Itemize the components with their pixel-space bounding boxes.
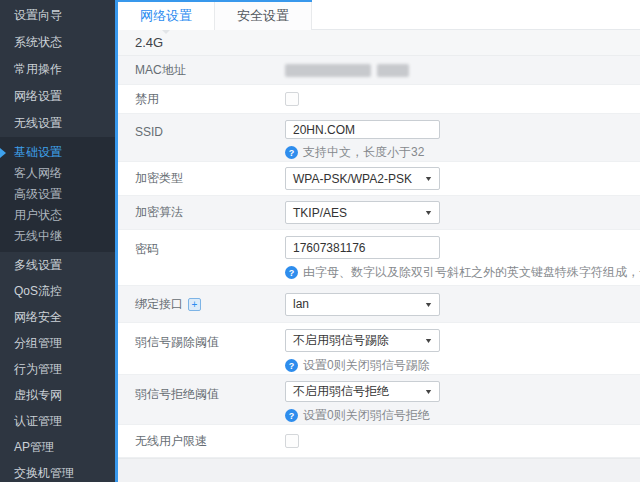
tabs-group: 网络设置 安全设置	[118, 0, 312, 30]
sidebar-item-auth-management[interactable]: 认证管理	[0, 408, 115, 434]
weak-signal-reject-value: 不启用弱信号拒绝	[293, 383, 389, 400]
bind-interface-row: 绑定接口 + lan ▼	[118, 286, 640, 323]
active-tab-nub	[162, 30, 170, 34]
mac-address-label: MAC地址	[118, 56, 285, 84]
disable-checkbox[interactable]	[285, 92, 299, 106]
wireless-user-limit-row: 无线用户限速	[118, 425, 640, 458]
sidebar-subitem-guest-network[interactable]: 客人网络	[0, 163, 115, 184]
encryption-type-value: WPA-PSK/WPA2-PSK	[293, 172, 412, 186]
sidebar-item-ap-management[interactable]: AP管理	[0, 434, 115, 460]
disable-row: 禁用	[118, 85, 640, 114]
weak-signal-reject-select[interactable]: 不启用弱信号拒绝 ▼	[285, 381, 440, 402]
encryption-algorithm-row: 加密算法 TKIP/AES ▼	[118, 196, 640, 230]
weak-signal-reject-row: 弱信号拒绝阈值 不启用弱信号拒绝 ▼ ? 设置0则关闭弱信号拒绝	[118, 375, 640, 425]
sidebar-item-wireless-settings[interactable]: 无线设置	[0, 110, 115, 137]
password-hint: ? 由字母、数字以及除双引号斜杠之外的英文键盘特殊字符组成，长度是8到63个字符	[285, 264, 640, 281]
bind-interface-label: 绑定接口 +	[118, 286, 285, 322]
active-item-arrow-icon	[0, 148, 6, 158]
encryption-algorithm-label: 加密算法	[118, 196, 285, 229]
ssid-hint-text: 支持中文，长度小于32	[303, 144, 424, 161]
sidebar: 设置向导 系统状态 常用操作 网络设置 无线设置 基础设置 客人网络 高级设置 …	[0, 0, 115, 482]
wireless-user-limit-label: 无线用户限速	[118, 425, 285, 457]
ssid-label: SSID	[118, 114, 285, 161]
weak-signal-reject-hint-text: 设置0则关闭弱信号拒绝	[303, 407, 430, 424]
password-input[interactable]	[285, 236, 440, 259]
panel-footer	[118, 458, 640, 482]
sidebar-item-behavior-management[interactable]: 行为管理	[0, 356, 115, 382]
sidebar-item-multiline-settings[interactable]: 多线设置	[0, 252, 115, 278]
ssid-hint: ? 支持中文，长度小于32	[285, 144, 640, 161]
tab-network-settings[interactable]: 网络设置	[118, 2, 215, 30]
router-admin-app: 设置向导 系统状态 常用操作 网络设置 无线设置 基础设置 客人网络 高级设置 …	[0, 0, 640, 482]
sidebar-item-group-management[interactable]: 分组管理	[0, 330, 115, 356]
sidebar-subitem-label: 基础设置	[14, 145, 62, 159]
weak-signal-kick-hint: ? 设置0则关闭弱信号踢除	[285, 357, 640, 374]
encryption-type-select[interactable]: WPA-PSK/WPA2-PSK ▼	[285, 167, 440, 190]
chevron-down-icon: ▼	[424, 175, 433, 182]
weak-signal-reject-hint: ? 设置0则关闭弱信号拒绝	[285, 407, 640, 424]
help-icon: ?	[285, 146, 298, 159]
weak-signal-kick-label: 弱信号踢除阈值	[118, 323, 285, 374]
chevron-down-icon: ▼	[424, 301, 433, 308]
sidebar-item-setup-wizard[interactable]: 设置向导	[0, 2, 115, 29]
weak-signal-reject-label: 弱信号拒绝阈值	[118, 375, 285, 424]
masked-blob	[377, 64, 409, 77]
masked-blob	[285, 64, 371, 77]
wireless-user-limit-checkbox[interactable]	[285, 434, 299, 448]
bind-interface-value: lan	[293, 297, 309, 311]
help-icon: ?	[285, 359, 298, 372]
ssid-row: SSID ? 支持中文，长度小于32	[118, 114, 640, 162]
disable-label: 禁用	[118, 85, 285, 113]
main-content: 网络设置 安全设置 2.4G MAC地址 禁用	[118, 0, 640, 482]
chevron-down-icon: ▼	[424, 209, 433, 216]
settings-panel: 2.4G MAC地址 禁用 SSID	[118, 30, 640, 482]
weak-signal-kick-select[interactable]: 不启用弱信号踢除 ▼	[285, 329, 440, 352]
sidebar-item-qos[interactable]: QoS流控	[0, 278, 115, 304]
sidebar-subitem-wireless-repeater[interactable]: 无线中继	[0, 226, 115, 247]
bind-interface-label-text: 绑定接口	[135, 296, 183, 313]
sidebar-top-group: 设置向导 系统状态 常用操作 网络设置 无线设置	[0, 0, 115, 137]
sidebar-item-common-operations[interactable]: 常用操作	[0, 56, 115, 83]
password-row: 密码 ? 由字母、数字以及除双引号斜杠之外的英文键盘特殊字符组成，长度是8到63…	[118, 230, 640, 286]
section-title-2-4g: 2.4G	[118, 30, 640, 56]
sidebar-item-system-status[interactable]: 系统状态	[0, 29, 115, 56]
sidebar-subitem-user-status[interactable]: 用户状态	[0, 205, 115, 226]
chevron-down-icon: ▼	[424, 337, 433, 344]
bind-interface-badge-icon[interactable]: +	[188, 298, 201, 311]
encryption-type-label: 加密类型	[118, 162, 285, 195]
sidebar-subitem-advanced-settings[interactable]: 高级设置	[0, 184, 115, 205]
sidebar-item-network-security[interactable]: 网络安全	[0, 304, 115, 330]
sidebar-item-network-settings[interactable]: 网络设置	[0, 83, 115, 110]
sidebar-subitem-basic-settings[interactable]: 基础设置	[0, 142, 115, 163]
encryption-algorithm-value: TKIP/AES	[293, 206, 347, 220]
bind-interface-select[interactable]: lan ▼	[285, 293, 440, 316]
sidebar-item-switch-management[interactable]: 交换机管理	[0, 460, 115, 482]
encryption-algorithm-select[interactable]: TKIP/AES ▼	[285, 201, 440, 224]
sidebar-wireless-submenu: 基础设置 客人网络 高级设置 用户状态 无线中继	[0, 137, 115, 252]
ssid-input[interactable]	[285, 120, 440, 139]
chevron-down-icon: ▼	[424, 388, 433, 395]
tab-bar: 网络设置 安全设置	[118, 0, 640, 30]
mac-address-row: MAC地址	[118, 56, 640, 85]
tab-security-settings[interactable]: 安全设置	[215, 2, 312, 30]
sidebar-item-vpn[interactable]: 虚拟专网	[0, 382, 115, 408]
weak-signal-kick-row: 弱信号踢除阈值 不启用弱信号踢除 ▼ ? 设置0则关闭弱信号踢除	[118, 323, 640, 375]
password-label: 密码	[118, 230, 285, 285]
weak-signal-kick-hint-text: 设置0则关闭弱信号踢除	[303, 357, 430, 374]
help-icon: ?	[285, 266, 298, 279]
weak-signal-kick-value: 不启用弱信号踢除	[293, 332, 389, 349]
mac-address-value	[285, 56, 640, 84]
mac-masked-value	[285, 64, 640, 77]
tab-label: 网络设置	[140, 8, 192, 23]
encryption-type-row: 加密类型 WPA-PSK/WPA2-PSK ▼	[118, 162, 640, 196]
help-icon: ?	[285, 409, 298, 422]
password-hint-text: 由字母、数字以及除双引号斜杠之外的英文键盘特殊字符组成，长度是8到63个字符	[303, 264, 640, 281]
sidebar-bottom-group: 多线设置 QoS流控 网络安全 分组管理 行为管理 虚拟专网 认证管理 AP管理…	[0, 252, 115, 482]
